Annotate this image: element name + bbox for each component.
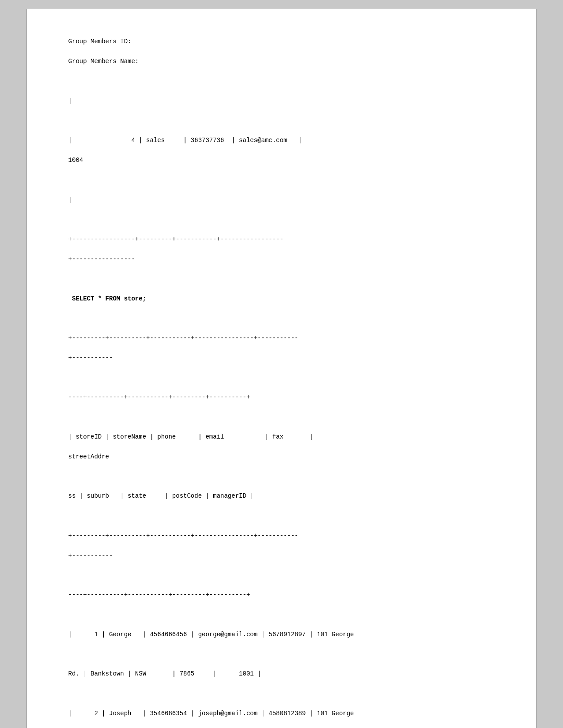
- line-1004: 1004: [68, 157, 83, 164]
- line-group-members-id: Group Members ID:: [68, 38, 132, 45]
- line-sales-row: | 4 | sales | 363737736 | sales@amc.com …: [68, 137, 302, 144]
- line-separator-3b: +-----------: [68, 552, 113, 559]
- line-store-2a: | 2 | Joseph | 3546686354 | joseph@gmail…: [68, 710, 354, 717]
- line-separator-1a: +-----------------+---------+-----------…: [68, 236, 283, 243]
- line-header-main: | storeID | storeName | phone | email | …: [68, 433, 314, 440]
- line-separator-1b: +-----------------: [68, 255, 135, 263]
- line-separator-2a: +---------+----------+-----------+------…: [68, 334, 299, 341]
- line-col-divider-1: ----+----------+-----------+---------+--…: [68, 394, 250, 401]
- line-store-1b: Rd. | Bankstown | NSW | 7865 | 1001 |: [68, 670, 261, 677]
- line-separator-2b: +-----------: [68, 354, 113, 361]
- page: Group Members ID: Group Members Name: | …: [26, 9, 537, 728]
- line-group-members-name: Group Members Name:: [68, 58, 139, 65]
- content-area: Group Members ID: Group Members Name: | …: [53, 27, 510, 728]
- line-col-divider-2: ----+----------+-----------+---------+--…: [68, 591, 250, 598]
- select-statement: SELECT * FROM store;: [68, 295, 146, 302]
- line-header-streetaddre: streetAddre: [68, 453, 109, 460]
- line-pipe-2: |: [68, 196, 72, 203]
- line-separator-3a: +---------+----------+-----------+------…: [68, 532, 299, 539]
- line-store-1a: | 1 | George | 4564666456 | george@gmail…: [68, 631, 354, 638]
- line-header-ss: ss | suburb | state | postCode | manager…: [68, 492, 254, 499]
- line-pipe-1: |: [68, 98, 72, 105]
